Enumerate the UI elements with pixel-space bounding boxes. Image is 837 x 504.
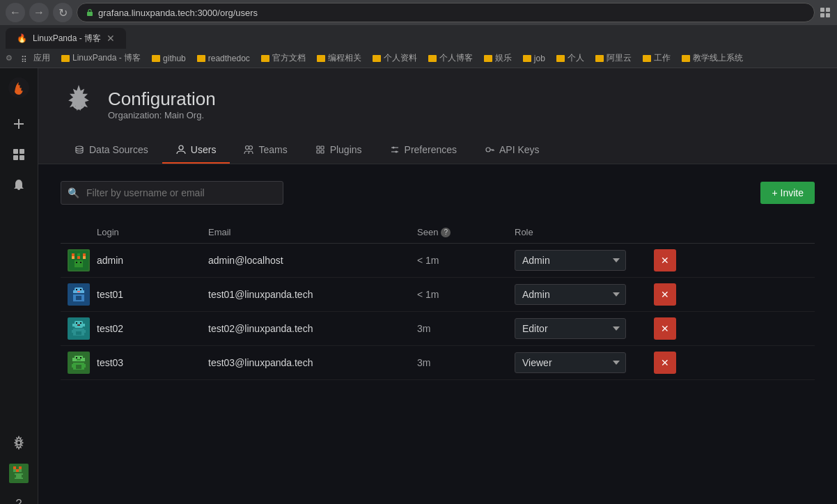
avatar-test02 bbox=[68, 317, 90, 340]
table-row: test02 test02@linuxpanda.tech 3m Admin E… bbox=[61, 312, 815, 346]
bookmark-profile[interactable]: 个人资料 bbox=[370, 52, 420, 64]
sidebar-item-add[interactable] bbox=[5, 110, 33, 138]
bookmark-github[interactable]: github bbox=[149, 54, 189, 63]
bookmark-folder-icon bbox=[523, 55, 531, 62]
svg-rect-74 bbox=[72, 330, 75, 333]
tab-users[interactable]: Users bbox=[162, 137, 230, 164]
role-select-test02[interactable]: Admin Editor Viewer bbox=[515, 318, 626, 339]
role-select-test03[interactable]: Admin Editor Viewer bbox=[515, 352, 626, 373]
delete-button-test02[interactable]: ✕ bbox=[654, 317, 676, 340]
svg-rect-3 bbox=[820, 13, 824, 17]
avatar-admin bbox=[68, 249, 90, 271]
bookmark-folder-icon bbox=[197, 55, 205, 62]
seen-info-icon[interactable]: ? bbox=[441, 228, 451, 237]
sidebar-help[interactable]: ? bbox=[5, 490, 33, 504]
refresh-button[interactable]: ↻ bbox=[53, 3, 72, 22]
config-title: Configuration bbox=[108, 88, 216, 110]
avatar-cell-test01 bbox=[61, 283, 97, 306]
bookmark-job[interactable]: job bbox=[520, 54, 548, 63]
bookmark-linuxpanda[interactable]: LinuxPanda - 博客 bbox=[58, 52, 143, 64]
svg-point-34 bbox=[392, 147, 394, 149]
seen-admin: < 1m bbox=[417, 255, 515, 266]
tab-preferences[interactable]: Preferences bbox=[376, 137, 471, 164]
forward-button[interactable]: → bbox=[29, 3, 49, 22]
tab-title: LinuxPanda - 博客 bbox=[33, 33, 101, 45]
svg-rect-4 bbox=[826, 13, 830, 17]
seen-test03: 3m bbox=[417, 357, 515, 368]
back-button[interactable]: ← bbox=[6, 3, 25, 22]
svg-rect-62 bbox=[76, 296, 79, 300]
svg-rect-70 bbox=[77, 324, 80, 326]
grafana-logo[interactable] bbox=[5, 74, 33, 102]
svg-rect-85 bbox=[79, 365, 81, 369]
email-admin: admin@localhost bbox=[208, 255, 417, 266]
avatar-cell-test03 bbox=[61, 352, 97, 374]
table-row: test03 test03@linuxpanda.tech 3m Admin E… bbox=[61, 346, 815, 380]
bookmark-programming[interactable]: 编程相关 bbox=[314, 52, 364, 64]
svg-rect-59 bbox=[80, 289, 81, 290]
database-icon bbox=[75, 145, 84, 155]
bookmark-personal[interactable]: 个人 bbox=[554, 52, 587, 64]
content-area: 🔍 + Invite Login Email bbox=[38, 164, 837, 397]
svg-rect-28 bbox=[317, 146, 320, 149]
browser-tab-active[interactable]: 🔥 LinuxPanda - 博客 ✕ bbox=[6, 28, 126, 49]
svg-rect-60 bbox=[77, 291, 80, 292]
bookmark-official-docs[interactable]: 官方文档 bbox=[258, 52, 308, 64]
search-icon: 🔍 bbox=[68, 187, 79, 198]
bookmark-folder-icon bbox=[373, 55, 381, 62]
svg-point-26 bbox=[246, 146, 249, 150]
user-table: Login Email Seen ? Role bbox=[61, 221, 815, 380]
search-input[interactable] bbox=[61, 181, 283, 205]
avatar-test03 bbox=[68, 352, 90, 374]
svg-point-27 bbox=[249, 146, 253, 150]
grafana-logo-svg bbox=[8, 77, 30, 99]
svg-rect-41 bbox=[72, 253, 75, 256]
avatar-cell-admin bbox=[61, 249, 97, 271]
svg-point-36 bbox=[486, 148, 490, 152]
email-test01: test01@linuxpanda.tech bbox=[208, 289, 417, 300]
delete-button-test01[interactable]: ✕ bbox=[654, 283, 676, 306]
address-bar[interactable]: grafana.linuxpanda.tech:3000/org/users bbox=[77, 3, 815, 22]
svg-rect-15 bbox=[16, 466, 19, 469]
sidebar-item-alerts[interactable] bbox=[5, 171, 33, 199]
tab-plugins[interactable]: Plugins bbox=[302, 137, 376, 164]
search-box: 🔍 bbox=[61, 181, 283, 205]
config-subtitle: Organization: Main Org. bbox=[108, 110, 216, 120]
svg-rect-82 bbox=[77, 359, 81, 361]
sidebar-item-dashboard[interactable] bbox=[5, 141, 33, 168]
role-select-admin[interactable]: Admin Editor Viewer bbox=[515, 250, 626, 271]
svg-rect-63 bbox=[79, 296, 81, 300]
svg-rect-2 bbox=[826, 8, 830, 12]
bookmark-work[interactable]: 工作 bbox=[640, 52, 673, 64]
bookmark-folder-icon bbox=[556, 55, 565, 62]
bookmarks-label: ⚙ bbox=[6, 54, 13, 63]
bookmark-blog[interactable]: 个人博客 bbox=[425, 52, 476, 64]
sidebar: ? bbox=[0, 68, 38, 504]
bookmark-aliyun[interactable]: 阿里云 bbox=[593, 52, 634, 64]
tab-teams[interactable]: Teams bbox=[230, 137, 301, 164]
invite-button[interactable]: + Invite bbox=[760, 182, 815, 204]
delete-button-test03[interactable]: ✕ bbox=[654, 352, 676, 374]
sidebar-item-settings[interactable] bbox=[5, 429, 33, 457]
delete-cell-test01: ✕ bbox=[654, 283, 696, 306]
svg-rect-50 bbox=[72, 262, 75, 266]
sidebar-user-avatar[interactable] bbox=[5, 459, 33, 487]
filter-row: 🔍 + Invite bbox=[61, 181, 815, 205]
bookmarks-bar: ⚙ ⠿ 应用 LinuxPanda - 博客 github readthedoc… bbox=[0, 49, 837, 68]
svg-rect-42 bbox=[77, 253, 80, 256]
svg-rect-14 bbox=[13, 466, 16, 469]
delete-button-admin[interactable]: ✕ bbox=[654, 249, 676, 271]
bookmark-entertainment[interactable]: 娱乐 bbox=[481, 52, 515, 64]
bookmark-apps[interactable]: ⠿ 应用 bbox=[18, 52, 53, 64]
svg-rect-86 bbox=[72, 364, 75, 368]
bookmark-folder-icon bbox=[428, 55, 437, 62]
svg-rect-53 bbox=[80, 262, 81, 263]
tab-api-keys[interactable]: API Keys bbox=[471, 137, 554, 164]
svg-rect-16 bbox=[19, 466, 22, 469]
bookmark-readthedoc[interactable]: readthedoc bbox=[194, 54, 253, 63]
avatar-test01 bbox=[68, 283, 90, 306]
tab-data-sources[interactable]: Data Sources bbox=[61, 137, 162, 164]
bookmark-teaching[interactable]: 教学线上系统 bbox=[679, 52, 746, 64]
role-select-test01[interactable]: Admin Editor Viewer bbox=[515, 284, 626, 305]
browser-chrome: ← → ↻ grafana.linuxpanda.tech:3000/org/u… bbox=[0, 0, 837, 49]
